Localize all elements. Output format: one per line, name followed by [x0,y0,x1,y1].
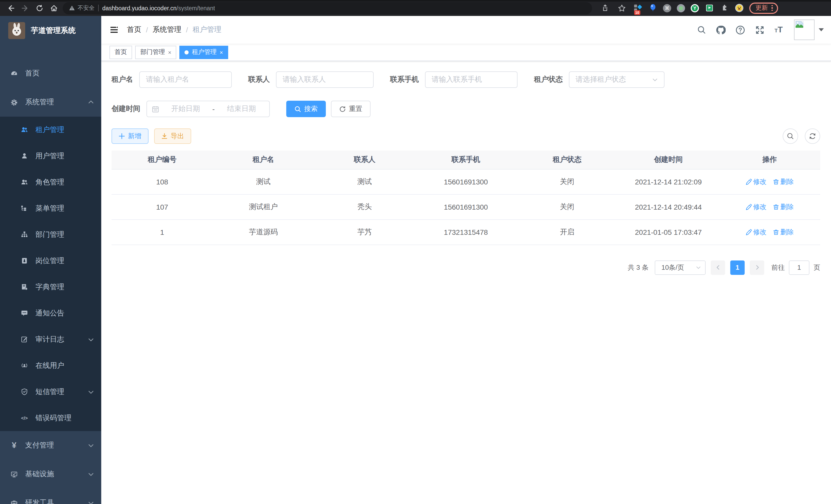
extension-chat-icon[interactable] [705,3,714,12]
update-label: 更新 [755,4,768,12]
sidebar-fold-icon[interactable] [110,25,119,34]
tenant-name-label: 租户名 [112,75,133,84]
bookmark-star-icon[interactable] [616,2,628,13]
next-page-button[interactable] [750,260,764,275]
refresh-icon [809,132,816,140]
close-icon[interactable]: × [168,49,171,55]
browser-reload-button[interactable] [34,2,45,13]
monitor-icon [10,470,18,478]
online-icon [21,362,28,369]
close-icon[interactable]: × [220,49,223,55]
sidebar-item-dept[interactable]: 部门管理 [0,221,101,248]
refresh-table-button[interactable] [805,128,820,144]
font-size-icon[interactable]: TT [774,25,783,34]
extensions-puzzle-icon[interactable] [719,3,729,12]
chevron-down-icon [819,28,824,31]
delete-link[interactable]: 删除 [773,177,794,186]
sidebar-item-post[interactable]: 岗位管理 [0,248,101,274]
prev-page-button[interactable] [711,260,725,275]
share-icon[interactable] [599,2,610,13]
goto-page-input[interactable] [789,260,809,275]
tenant-name-input[interactable]: 请输入租户名 [139,71,232,88]
extension-dot-icon[interactable] [677,4,685,12]
chrome-menu-icon[interactable] [771,5,773,11]
address-bar[interactable]: 不安全 dashboard.yudao.iocoder.cn/system/te… [63,2,592,14]
extension-tampermonkey-icon[interactable]: 10 [633,3,642,12]
page-size-value: 10条/页 [661,263,684,272]
github-icon[interactable] [716,25,726,35]
warning-icon [69,5,75,11]
tab-dot [185,50,189,54]
mobile-label: 联系手机 [390,75,419,84]
tab-home[interactable]: 首页 [110,46,132,59]
mobile-input[interactable]: 请输入联系手机 [425,71,517,88]
browser-update-button[interactable]: 更新 [749,2,778,13]
browser-forward-button[interactable] [20,2,31,13]
user-menu[interactable] [794,20,824,40]
sidebar-item-home[interactable]: 首页 [0,59,101,88]
gear-icon [10,98,18,106]
breadcrumb-separator: / [146,26,148,34]
header-search-icon[interactable] [697,25,706,34]
chevron-left-icon [715,265,721,270]
extension-balloon-icon[interactable] [648,3,657,12]
extension-y-icon[interactable]: Y [691,4,699,12]
breadcrumb-system[interactable]: 系统管理 [153,25,181,34]
browser-home-button[interactable] [48,2,60,13]
sidebar-item-online-user[interactable]: 在线用户 [0,352,101,379]
dashboard-icon [10,69,18,77]
sidebar-item-notice[interactable]: 通知公告 [0,300,101,326]
status-select[interactable]: 请选择租户状态 [569,71,664,88]
app-logo [8,22,25,39]
edit-link[interactable]: 修改 [745,227,767,237]
code-icon: </> [21,414,28,422]
search-button[interactable]: 搜索 [286,101,326,117]
col-tenant-id: 租户编号 [112,151,213,169]
page-number-1[interactable]: 1 [730,260,745,275]
security-indicator[interactable]: 不安全 [69,4,94,12]
sidebar-item-user[interactable]: 用户管理 [0,143,101,169]
delete-link[interactable]: 删除 [773,202,794,211]
app-logo-row[interactable]: 芋道管理系统 [0,16,101,45]
sidebar-item-dict[interactable]: 字典管理 [0,274,101,300]
cell-id: 107 [112,194,213,219]
page-size-select[interactable]: 10条/页 [655,260,706,275]
help-icon[interactable] [736,25,745,35]
export-button[interactable]: 导出 [154,128,191,144]
sidebar-item-infra[interactable]: 基础设施 [0,460,101,488]
browser-back-button[interactable] [5,2,17,13]
tab-tenant[interactable]: 租户管理 × [180,46,228,59]
toggle-search-button[interactable] [783,128,798,144]
breadcrumb-home[interactable]: 首页 [127,25,141,34]
create-time-range-picker[interactable]: 开始日期 - 结束日期 [146,101,270,117]
chevron-down-icon [696,265,701,270]
plus-icon [119,133,125,139]
add-button[interactable]: 新增 [112,128,148,144]
extension-cmd-icon[interactable]: ⌘ [663,4,671,12]
cell-status: 关闭 [516,169,618,194]
sidebar-item-sms[interactable]: 短信管理 [0,379,101,405]
fullscreen-icon[interactable] [755,25,765,35]
avatar[interactable] [794,20,814,40]
cell-created: 2021-12-14 20:49:44 [618,194,719,219]
sidebar-item-role[interactable]: 角色管理 [0,169,101,195]
chevron-down-icon [88,442,94,448]
edit-link[interactable]: 修改 [745,202,767,211]
contact-input[interactable]: 请输入联系人 [276,71,374,88]
sidebar-item-pay[interactable]: ¥ 支付管理 [0,431,101,460]
reset-button[interactable]: 重置 [331,101,371,117]
delete-link[interactable]: 删除 [773,227,794,237]
contact-label: 联系人 [248,75,270,84]
sidebar-item-audit-log[interactable]: 审计日志 [0,326,101,352]
cell-created: 2021-01-05 17:03:47 [618,219,719,244]
chevron-right-icon [754,265,760,270]
sidebar-item-tenant[interactable]: 租户管理 [0,117,101,143]
sidebar-item-system[interactable]: 系统管理 [0,88,101,117]
sidebar-item-error-code[interactable]: </> 错误码管理 [0,405,101,431]
edit-link[interactable]: 修改 [745,177,767,186]
user-icon [21,152,28,160]
sidebar-item-menu[interactable]: 菜单管理 [0,195,101,221]
tab-dept[interactable]: 部门管理 × [135,46,176,59]
profile-avatar-icon[interactable] [735,3,744,12]
sidebar-item-dev-tools[interactable]: 研发工具 [0,488,101,504]
